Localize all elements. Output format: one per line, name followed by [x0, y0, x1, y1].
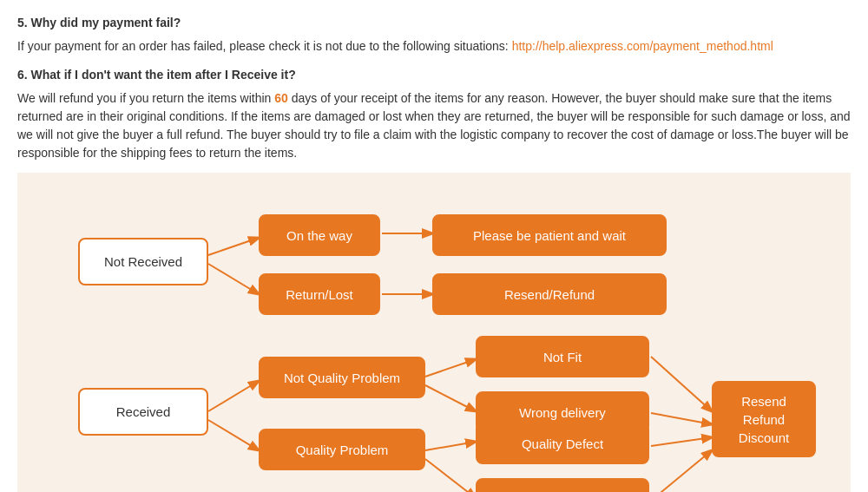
- svg-line-6: [425, 359, 476, 377]
- quality-defect-node: Quality Defect: [476, 423, 649, 464]
- not-received-node: Not Received: [78, 238, 208, 285]
- q5-body: If your payment for an order has failed,…: [17, 37, 851, 56]
- resend-refund-discount-label: Resend Refund Discount: [739, 392, 789, 447]
- damage-node: Damage: [476, 478, 649, 492]
- diagram-inner: Not Received On the way Return/Lost Plea…: [26, 190, 859, 492]
- quality-problem-label: Quality Problem: [296, 443, 389, 457]
- svg-line-5: [208, 420, 259, 450]
- received-node: Received: [78, 388, 208, 436]
- svg-line-13: [651, 450, 712, 492]
- on-the-way-label: On the way: [286, 228, 352, 243]
- q6-heading: 6. What if I don't want the item after I…: [17, 66, 851, 84]
- q5-link[interactable]: http://help.aliexpress.com/payment_metho…: [512, 39, 773, 53]
- resend-refund-discount-node: Resend Refund Discount: [712, 381, 816, 457]
- svg-line-12: [651, 437, 712, 446]
- section-5: 5. Why did my payment fail? If your paym…: [17, 14, 851, 56]
- q5-body-text: If your payment for an order has failed,…: [17, 39, 512, 53]
- not-fit-label: Not Fit: [543, 350, 582, 364]
- not-quality-problem-node: Not Quality Problem: [259, 357, 425, 398]
- please-wait-label: Please be patient and wait: [473, 228, 626, 243]
- resend-refund-top-label: Resend/Refund: [504, 287, 595, 302]
- please-wait-node: Please be patient and wait: [432, 214, 667, 256]
- quality-defect-label: Quality Defect: [522, 436, 603, 451]
- q6-body: We will refund you if you return the ite…: [17, 89, 851, 162]
- resend-refund-top-node: Resend/Refund: [432, 273, 667, 315]
- q6-body-part1: We will refund you if you return the ite…: [17, 91, 274, 105]
- diagram: Not Received On the way Return/Lost Plea…: [17, 173, 851, 492]
- svg-line-9: [425, 459, 476, 492]
- page: 5. Why did my payment fail? If your paym…: [0, 0, 868, 492]
- wrong-delivery-label: Wrong delivery: [519, 405, 606, 420]
- svg-line-0: [208, 238, 259, 255]
- svg-line-4: [208, 381, 259, 411]
- section-6: 6. What if I don't want the item after I…: [17, 66, 851, 162]
- svg-line-7: [425, 385, 476, 411]
- not-fit-node: Not Fit: [476, 336, 649, 377]
- on-the-way-node: On the way: [259, 214, 380, 256]
- q6-highlight: 60: [274, 91, 288, 105]
- return-lost-node: Return/Lost: [259, 273, 380, 315]
- svg-line-11: [651, 413, 712, 424]
- not-received-label: Not Received: [104, 254, 182, 269]
- svg-line-8: [425, 442, 476, 450]
- quality-problem-node: Quality Problem: [259, 429, 425, 470]
- svg-line-10: [651, 357, 712, 411]
- received-label: Received: [116, 404, 171, 419]
- not-quality-problem-label: Not Quality Problem: [284, 371, 400, 385]
- return-lost-label: Return/Lost: [286, 287, 353, 302]
- q5-heading: 5. Why did my payment fail?: [17, 14, 851, 32]
- svg-line-1: [208, 264, 259, 294]
